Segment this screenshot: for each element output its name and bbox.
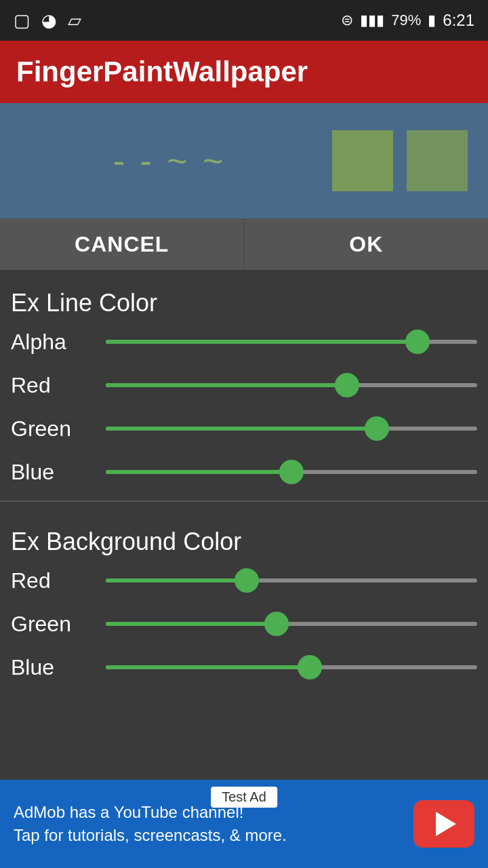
- green-fill: [106, 427, 377, 431]
- section-divider: [0, 500, 488, 502]
- ad-line-2: Tap for tutorials, screencasts, & more.: [14, 824, 400, 847]
- bg-blue-fill: [106, 665, 310, 669]
- ad-spacer: [0, 689, 488, 777]
- alpha-label: Alpha: [11, 330, 92, 355]
- line-color-section: Ex Line Color Alpha Red Green Blu: [0, 270, 488, 494]
- bg-red-label: Red: [11, 568, 92, 593]
- bg-blue-label: Blue: [11, 655, 92, 680]
- notification-icon: ▱: [68, 10, 81, 31]
- wifi-icon: ⊜: [341, 12, 353, 29]
- play-icon: [436, 812, 456, 836]
- preview-swatch-1: [332, 130, 393, 191]
- battery-icon: ▮: [428, 12, 436, 29]
- bg-green-fill: [106, 622, 277, 626]
- line-color-title: Ex Line Color: [0, 282, 488, 320]
- ad-banner[interactable]: Test Ad AdMob has a YouTube channel! Tap…: [0, 780, 488, 868]
- signal-icon: ▮▮▮: [360, 12, 384, 29]
- green-thumb[interactable]: [365, 416, 389, 441]
- preview-decoration: - - ~ ~: [20, 140, 319, 181]
- ad-play-button[interactable]: [413, 800, 474, 848]
- instagram-icon: ▢: [14, 10, 30, 31]
- red-slider-row: Red: [0, 363, 488, 407]
- status-bar-right: ⊜ ▮▮▮ 79% ▮ 6:21: [341, 11, 474, 30]
- time-display: 6:21: [443, 11, 474, 30]
- bg-blue-slider-row: Blue: [0, 646, 488, 689]
- battery-percent: 79%: [391, 12, 421, 29]
- bg-color-section: Ex Background Color Red Green Blue: [0, 509, 488, 689]
- alpha-fill: [106, 340, 418, 344]
- ad-label: Test Ad: [211, 787, 277, 808]
- bg-red-slider-row: Red: [0, 559, 488, 602]
- ok-button[interactable]: OK: [245, 218, 489, 270]
- blue-fill: [106, 470, 291, 474]
- green-label: Green: [11, 416, 92, 441]
- blue-thumb[interactable]: [279, 460, 304, 484]
- preview-swatch-2: [407, 130, 468, 191]
- ad-line-1: AdMob has a YouTube channel!: [14, 801, 400, 824]
- cancel-button[interactable]: CANCEL: [0, 218, 245, 270]
- action-buttons: CANCEL OK: [0, 218, 488, 270]
- bg-color-title: Ex Background Color: [0, 521, 488, 559]
- bg-red-fill: [106, 578, 247, 583]
- red-fill: [106, 383, 347, 387]
- blue-slider[interactable]: [106, 458, 477, 486]
- status-bar: ▢ ◕ ▱ ⊜ ▮▮▮ 79% ▮ 6:21: [0, 0, 488, 41]
- broadcast-icon: ◕: [41, 10, 57, 31]
- blue-slider-row: Blue: [0, 450, 488, 494]
- app-header: FingerPaintWallpaper: [0, 41, 488, 103]
- app-title: FingerPaintWallpaper: [16, 56, 308, 87]
- ad-text: AdMob has a YouTube channel! Tap for tut…: [14, 801, 400, 846]
- bg-blue-slider[interactable]: [106, 654, 477, 681]
- red-label: Red: [11, 373, 92, 398]
- green-slider-row: Green: [0, 407, 488, 450]
- bg-green-thumb[interactable]: [264, 612, 289, 636]
- bg-blue-thumb[interactable]: [298, 655, 322, 679]
- alpha-slider-row: Alpha: [0, 320, 488, 363]
- alpha-thumb[interactable]: [405, 330, 430, 354]
- bg-green-label: Green: [11, 612, 92, 637]
- red-thumb[interactable]: [335, 373, 359, 397]
- blue-label: Blue: [11, 460, 92, 485]
- bg-green-slider-row: Green: [0, 602, 488, 646]
- green-slider[interactable]: [106, 415, 477, 442]
- bg-red-thumb[interactable]: [235, 568, 259, 593]
- bg-green-slider[interactable]: [106, 610, 477, 637]
- red-slider[interactable]: [106, 372, 477, 399]
- bg-red-slider[interactable]: [106, 567, 477, 594]
- preview-area: - - ~ ~: [0, 103, 488, 218]
- alpha-slider[interactable]: [106, 328, 477, 355]
- status-bar-left: ▢ ◕ ▱: [14, 10, 81, 31]
